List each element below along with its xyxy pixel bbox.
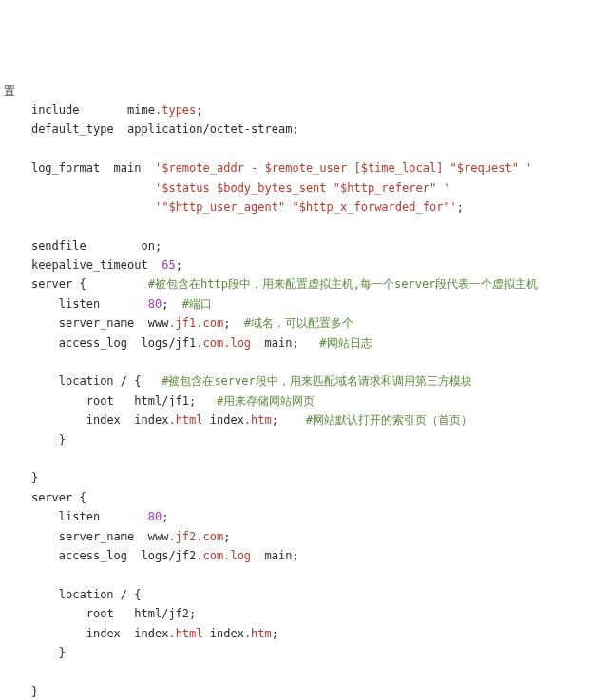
code-line bbox=[4, 662, 608, 681]
code-token bbox=[4, 568, 10, 581]
code-line: listen 80; #端口 bbox=[4, 294, 608, 313]
code-token: #用来存储网站网页 bbox=[217, 394, 315, 407]
code-token: listen bbox=[59, 297, 148, 311]
code-block: 置 include mime.types; default_type appli… bbox=[4, 82, 608, 700]
code-token: main; bbox=[251, 336, 319, 350]
code-token: .htm bbox=[244, 413, 272, 426]
code-line: index index.html index.htm; bbox=[4, 624, 608, 643]
code-line: } bbox=[4, 643, 608, 662]
code-token: ; bbox=[223, 530, 230, 543]
code-line: include mime.types; bbox=[4, 101, 608, 120]
code-line: sendfile on; bbox=[4, 236, 608, 255]
code-token: ; bbox=[272, 413, 306, 426]
code-token: log_format main bbox=[31, 161, 155, 175]
code-token: ; bbox=[176, 258, 182, 272]
code-line: root html/jf2; bbox=[4, 604, 608, 623]
code-line: server_name www.jf2.com; bbox=[4, 527, 608, 546]
code-token: server_name www bbox=[59, 316, 169, 330]
code-token: '$remote_addr - $remote_user [$time_loca… bbox=[155, 161, 532, 175]
code-token: location / { bbox=[59, 374, 162, 388]
code-line: '$status $body_bytes_sent "$http_referer… bbox=[4, 179, 608, 198]
code-token: .com.log bbox=[196, 549, 251, 562]
code-token: 65 bbox=[162, 258, 175, 272]
code-token: ; bbox=[223, 316, 244, 330]
code-token bbox=[31, 181, 155, 195]
code-token: #端口 bbox=[182, 297, 212, 311]
code-line bbox=[4, 140, 608, 159]
code-line: server_name www.jf1.com; #域名，可以配置多个 bbox=[4, 313, 608, 332]
code-token bbox=[4, 142, 10, 156]
code-token: sendfile on; bbox=[31, 239, 162, 253]
code-token bbox=[4, 665, 10, 678]
code-token: 80 bbox=[148, 297, 162, 311]
code-token: #网站日志 bbox=[319, 336, 372, 350]
code-token: .htm bbox=[244, 627, 272, 640]
code-line: server { #被包含在http段中，用来配置虚拟主机,每一个server段… bbox=[4, 274, 608, 293]
code-line: } bbox=[4, 430, 608, 449]
code-line: access_log logs/jf2.com.log main; bbox=[4, 546, 608, 565]
code-token: '$status $body_bytes_sent "$http_referer… bbox=[155, 181, 450, 195]
code-token: main; bbox=[251, 549, 299, 562]
code-token: '"$http_user_agent" "$http_x_forwarded_f… bbox=[155, 200, 457, 214]
code-line bbox=[4, 352, 608, 371]
code-token: root html/jf2; bbox=[86, 607, 197, 620]
code-token: .html bbox=[168, 627, 202, 640]
code-line: '"$http_user_agent" "$http_x_forwarded_f… bbox=[4, 198, 608, 217]
code-line bbox=[4, 217, 608, 236]
code-token: server { bbox=[31, 491, 86, 504]
code-token: #域名，可以配置多个 bbox=[244, 316, 353, 330]
code-token: ; bbox=[457, 200, 464, 214]
code-token: .jf1.com bbox=[168, 316, 223, 330]
code-token bbox=[4, 219, 10, 233]
code-line: index index.html index.htm; #网站默认打开的索引页（… bbox=[4, 410, 608, 429]
code-token: .html bbox=[168, 413, 202, 426]
code-token: } bbox=[31, 685, 38, 698]
code-token: root html/jf1; bbox=[86, 394, 217, 407]
code-token: #网站默认打开的索引页（首页） bbox=[306, 413, 472, 426]
code-line: 置 bbox=[4, 82, 608, 101]
code-line: location / { #被包含在server段中，用来匹配域名请求和调用第三… bbox=[4, 371, 608, 390]
code-line: root html/jf1; #用来存储网站网页 bbox=[4, 391, 608, 410]
code-token bbox=[31, 200, 155, 214]
code-token: ; bbox=[162, 297, 182, 311]
code-token: index index bbox=[86, 627, 169, 640]
code-line: access_log logs/jf1.com.log main; #网站日志 bbox=[4, 333, 608, 352]
code-line: } bbox=[4, 682, 608, 700]
code-token: .com.log bbox=[196, 336, 251, 350]
code-line: } bbox=[4, 468, 608, 487]
code-token: server_name www bbox=[59, 530, 169, 543]
code-line bbox=[4, 565, 608, 584]
code-token: access_log logs/jf1 bbox=[59, 336, 197, 350]
code-token: ; bbox=[162, 510, 168, 523]
code-token: } bbox=[59, 433, 66, 446]
code-line bbox=[4, 449, 608, 468]
code-token: } bbox=[59, 646, 66, 659]
code-token: keepalive_timeout bbox=[31, 258, 162, 272]
code-token: access_log logs/jf2 bbox=[59, 549, 197, 562]
code-line: log_format main '$remote_addr - $remote_… bbox=[4, 159, 608, 178]
code-token: ; bbox=[272, 627, 278, 640]
code-line: location / { bbox=[4, 585, 608, 604]
code-token: default_type application/octet-stream; bbox=[31, 123, 299, 136]
code-line: server { bbox=[4, 488, 608, 507]
code-token: index bbox=[203, 627, 244, 640]
code-token: listen bbox=[59, 510, 148, 523]
code-token: } bbox=[31, 471, 38, 484]
code-token: index bbox=[203, 413, 244, 426]
code-line: listen 80; bbox=[4, 507, 608, 526]
code-token: ; bbox=[196, 104, 202, 117]
code-token: 置 bbox=[4, 85, 15, 98]
code-token bbox=[4, 355, 10, 369]
code-line: default_type application/octet-stream; bbox=[4, 120, 608, 139]
code-token: #被包含在server段中，用来匹配域名请求和调用第三方模块 bbox=[162, 374, 472, 388]
code-token: #被包含在http段中，用来配置虚拟主机,每一个server段代表一个虚拟主机 bbox=[148, 277, 539, 291]
code-token: .types bbox=[155, 104, 196, 117]
code-token: include mime bbox=[31, 104, 155, 117]
code-token: .jf2.com bbox=[168, 530, 223, 543]
code-token: 80 bbox=[148, 510, 162, 523]
code-token bbox=[4, 452, 10, 465]
code-token: location / { bbox=[59, 588, 142, 601]
code-token: server { bbox=[31, 277, 148, 291]
code-token: index index bbox=[86, 413, 169, 426]
code-line: keepalive_timeout 65; bbox=[4, 255, 608, 274]
